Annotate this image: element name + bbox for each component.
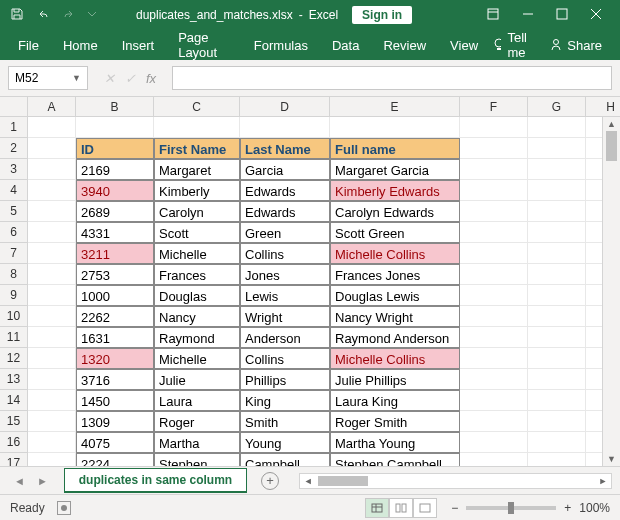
- scroll-left-icon[interactable]: ◄: [300, 476, 316, 486]
- cell[interactable]: [528, 369, 586, 390]
- cell[interactable]: [528, 264, 586, 285]
- cell[interactable]: [528, 453, 586, 466]
- spreadsheet-grid[interactable]: ABCDEFGH12IDFirst NameLast NameFull name…: [0, 97, 620, 466]
- cell-first[interactable]: Roger: [154, 411, 240, 432]
- row-header[interactable]: 5: [0, 201, 28, 222]
- cell[interactable]: [460, 306, 528, 327]
- cell[interactable]: [528, 285, 586, 306]
- cell[interactable]: [28, 264, 76, 285]
- cell-last[interactable]: Young: [240, 432, 330, 453]
- cell-id[interactable]: 1450: [76, 390, 154, 411]
- cell[interactable]: [460, 138, 528, 159]
- fx-icon[interactable]: fx: [146, 71, 156, 86]
- cell-full[interactable]: Margaret Garcia: [330, 159, 460, 180]
- cell[interactable]: [154, 117, 240, 138]
- cell-id[interactable]: 1000: [76, 285, 154, 306]
- cell-full[interactable]: Roger Smith: [330, 411, 460, 432]
- scroll-up-icon[interactable]: ▲: [603, 117, 620, 131]
- tab-formulas[interactable]: Formulas: [244, 32, 318, 59]
- cell-full[interactable]: Michelle Collins: [330, 348, 460, 369]
- cell-full[interactable]: Scott Green: [330, 222, 460, 243]
- cell-last[interactable]: Jones: [240, 264, 330, 285]
- tab-file[interactable]: File: [8, 32, 49, 59]
- cell-first[interactable]: Raymond: [154, 327, 240, 348]
- tell-me[interactable]: Tell me: [492, 30, 535, 60]
- cell[interactable]: [528, 390, 586, 411]
- cell-first[interactable]: Margaret: [154, 159, 240, 180]
- cell[interactable]: [528, 222, 586, 243]
- sheet-tab-active[interactable]: duplicates in same column: [64, 468, 247, 493]
- cell[interactable]: [28, 285, 76, 306]
- cell-full[interactable]: Nancy Wright: [330, 306, 460, 327]
- scroll-right-icon[interactable]: ►: [595, 476, 611, 486]
- scroll-thumb[interactable]: [606, 131, 617, 161]
- select-all[interactable]: [0, 97, 28, 117]
- cell-id[interactable]: 2753: [76, 264, 154, 285]
- cell-last[interactable]: Green: [240, 222, 330, 243]
- scroll-down-icon[interactable]: ▼: [603, 452, 620, 466]
- cell[interactable]: [330, 117, 460, 138]
- vertical-scrollbar[interactable]: ▲ ▼: [602, 117, 620, 466]
- cell[interactable]: [528, 243, 586, 264]
- cell-first[interactable]: Laura: [154, 390, 240, 411]
- cell-last[interactable]: Lewis: [240, 285, 330, 306]
- cell-full[interactable]: Laura King: [330, 390, 460, 411]
- cell-first[interactable]: Michelle: [154, 243, 240, 264]
- cell[interactable]: [528, 432, 586, 453]
- row-header[interactable]: 4: [0, 180, 28, 201]
- cell-first[interactable]: Scott: [154, 222, 240, 243]
- row-header[interactable]: 3: [0, 159, 28, 180]
- zoom-level[interactable]: 100%: [579, 501, 610, 515]
- zoom-out-button[interactable]: −: [451, 501, 458, 515]
- col-header[interactable]: H: [586, 97, 620, 117]
- name-box[interactable]: M52▼: [8, 66, 88, 90]
- macro-record-icon[interactable]: [57, 501, 71, 515]
- cell[interactable]: [528, 327, 586, 348]
- cell-last[interactable]: Garcia: [240, 159, 330, 180]
- tab-data[interactable]: Data: [322, 32, 369, 59]
- cell[interactable]: [28, 180, 76, 201]
- cell[interactable]: [460, 159, 528, 180]
- cell[interactable]: [28, 432, 76, 453]
- cell[interactable]: [28, 306, 76, 327]
- cell[interactable]: [460, 327, 528, 348]
- cell[interactable]: [28, 138, 76, 159]
- undo-icon[interactable]: [36, 7, 50, 24]
- cell-last[interactable]: Collins: [240, 348, 330, 369]
- cell[interactable]: [460, 117, 528, 138]
- cell[interactable]: [28, 453, 76, 466]
- row-header[interactable]: 1: [0, 117, 28, 138]
- cell-last[interactable]: Smith: [240, 411, 330, 432]
- cell[interactable]: [460, 285, 528, 306]
- save-icon[interactable]: [10, 7, 24, 24]
- sign-in-button[interactable]: Sign in: [352, 6, 412, 24]
- row-header[interactable]: 15: [0, 411, 28, 432]
- view-normal[interactable]: [365, 498, 389, 518]
- row-header[interactable]: 9: [0, 285, 28, 306]
- cell[interactable]: [28, 117, 76, 138]
- horizontal-scrollbar[interactable]: ◄ ►: [299, 473, 612, 489]
- cell-full[interactable]: Martha Young: [330, 432, 460, 453]
- cell[interactable]: [28, 159, 76, 180]
- col-header[interactable]: B: [76, 97, 154, 117]
- cell-full[interactable]: Julie Phillips: [330, 369, 460, 390]
- cell[interactable]: [28, 222, 76, 243]
- cell[interactable]: [528, 411, 586, 432]
- cell-last[interactable]: Wright: [240, 306, 330, 327]
- cell-id[interactable]: 2262: [76, 306, 154, 327]
- tab-home[interactable]: Home: [53, 32, 108, 59]
- cell-first[interactable]: Douglas: [154, 285, 240, 306]
- cell[interactable]: [528, 201, 586, 222]
- cell[interactable]: [460, 243, 528, 264]
- col-header[interactable]: D: [240, 97, 330, 117]
- row-header[interactable]: 17: [0, 453, 28, 466]
- cell-full[interactable]: Carolyn Edwards: [330, 201, 460, 222]
- cell[interactable]: [460, 264, 528, 285]
- row-header[interactable]: 13: [0, 369, 28, 390]
- cell-id[interactable]: 4075: [76, 432, 154, 453]
- cell-id[interactable]: 2169: [76, 159, 154, 180]
- cell-full[interactable]: Stephen Campbell: [330, 453, 460, 466]
- cell[interactable]: [28, 327, 76, 348]
- cell[interactable]: [28, 201, 76, 222]
- cell-last[interactable]: King: [240, 390, 330, 411]
